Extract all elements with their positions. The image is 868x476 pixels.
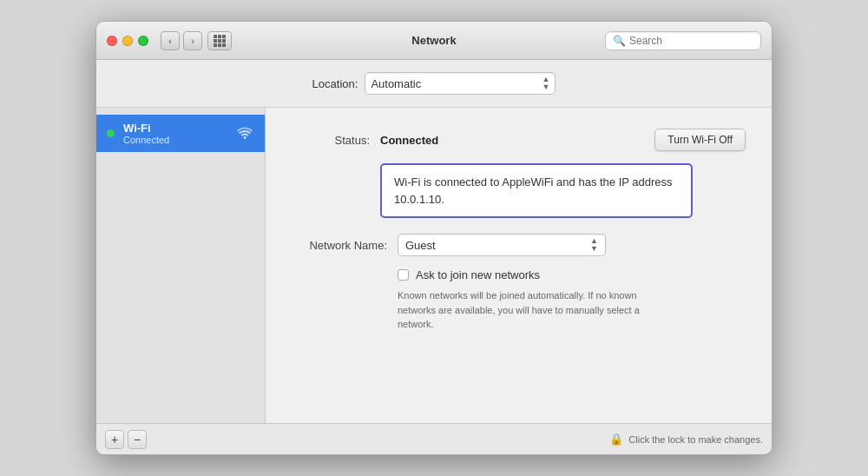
grid-icon bbox=[214, 35, 226, 47]
minimize-button[interactable] bbox=[122, 36, 133, 46]
location-bar: Location: Automatic ▲ ▼ bbox=[96, 60, 772, 108]
ask-join-checkbox[interactable] bbox=[398, 269, 409, 281]
checkbox-label: Ask to join new networks bbox=[416, 268, 540, 281]
forward-button[interactable]: › bbox=[183, 31, 202, 50]
turn-wifi-button[interactable]: Turn Wi-Fi Off bbox=[654, 129, 746, 151]
checkbox-description: Known networks will be joined automatica… bbox=[398, 288, 658, 332]
search-input[interactable] bbox=[629, 35, 753, 47]
location-select[interactable]: Automatic ▲ ▼ bbox=[365, 72, 556, 95]
lock-area[interactable]: 🔒 Click the lock to make changes. bbox=[609, 433, 763, 446]
grid-view-button[interactable] bbox=[207, 31, 232, 50]
window-title: Network bbox=[411, 34, 456, 47]
sidebar-item-status: Connected bbox=[123, 135, 169, 145]
location-stepper[interactable]: ▲ ▼ bbox=[542, 76, 549, 91]
main-panel: Status: Connected Turn Wi-Fi Off Wi-Fi i… bbox=[266, 108, 772, 423]
nav-buttons: ‹ › bbox=[161, 31, 202, 50]
status-dot-connected bbox=[107, 129, 115, 137]
remove-button[interactable]: − bbox=[128, 430, 147, 449]
bottom-bar: + − 🔒 Click the lock to make changes. bbox=[96, 423, 772, 454]
info-box: Wi-Fi is connected to AppleWiFi and has … bbox=[380, 163, 693, 218]
network-stepper[interactable]: ▲ ▼ bbox=[590, 237, 598, 253]
titlebar: ‹ › Network 🔍 bbox=[96, 22, 772, 60]
search-icon: 🔍 bbox=[613, 35, 626, 47]
sidebar: Wi-Fi Connected bbox=[96, 108, 266, 423]
network-name-value: Guest bbox=[405, 239, 436, 252]
down-arrow-icon: ▼ bbox=[542, 83, 549, 91]
lock-icon: 🔒 bbox=[609, 433, 623, 446]
network-down-arrow-icon: ▼ bbox=[590, 245, 598, 253]
wifi-icon bbox=[235, 124, 254, 143]
status-label: Status: bbox=[292, 134, 370, 147]
window: ‹ › Network 🔍 Location: Automatic ▲ ▼ bbox=[95, 21, 773, 455]
info-text: Wi-Fi is connected to AppleWiFi and has … bbox=[394, 175, 673, 206]
network-name-row: Network Name: Guest ▲ ▼ bbox=[292, 234, 746, 256]
checkbox-row: Ask to join new networks bbox=[398, 268, 746, 281]
sidebar-item-name: Wi-Fi bbox=[123, 122, 169, 135]
sidebar-item-text: Wi-Fi Connected bbox=[123, 122, 169, 145]
back-button[interactable]: ‹ bbox=[161, 31, 180, 50]
search-box[interactable]: 🔍 bbox=[605, 31, 761, 50]
close-button[interactable] bbox=[107, 36, 117, 46]
network-name-label: Network Name: bbox=[292, 239, 387, 252]
sidebar-item-wifi[interactable]: Wi-Fi Connected bbox=[96, 115, 265, 152]
traffic-lights bbox=[107, 36, 148, 46]
maximize-button[interactable] bbox=[138, 36, 148, 46]
status-row: Status: Connected Turn Wi-Fi Off bbox=[292, 129, 746, 151]
location-label: Location: bbox=[312, 77, 358, 90]
location-value: Automatic bbox=[371, 77, 421, 90]
content-area: Wi-Fi Connected Status: Connected T bbox=[96, 108, 772, 423]
network-name-select[interactable]: Guest ▲ ▼ bbox=[398, 234, 606, 256]
lock-label: Click the lock to make changes. bbox=[628, 434, 763, 445]
status-value: Connected bbox=[380, 134, 438, 147]
add-button[interactable]: + bbox=[105, 430, 124, 449]
